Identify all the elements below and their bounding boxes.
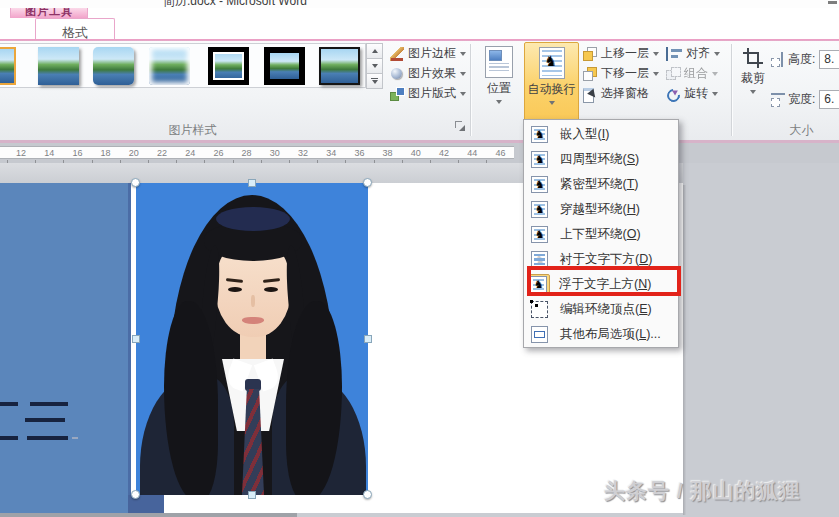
menu-item-icon-wrap: [527, 274, 550, 295]
thumbnail-landscape-image: [0, 49, 14, 83]
menu-item-wrap-I[interactable]: 嵌入型(I): [524, 122, 678, 147]
chevron-down-icon: [460, 52, 466, 56]
height-row: 高度: 8.: [771, 50, 839, 69]
align-label: 对齐: [686, 45, 710, 62]
ruler-band: 121416182022242628303234363840424446: [0, 146, 514, 159]
gallery-more-icon[interactable]: [366, 73, 383, 89]
picture-border-icon: [390, 47, 404, 61]
resize-handle-middle-left[interactable]: [132, 335, 140, 343]
chevron-down-icon: [712, 72, 718, 76]
resize-handle-bottom-right[interactable]: [363, 490, 372, 499]
ruler-number: 26: [213, 148, 223, 158]
bring-forward-button[interactable]: 上移一层: [583, 44, 659, 63]
menu-item-label: 紧密型环绕(T): [560, 176, 638, 193]
width-label: 宽度:: [788, 91, 815, 108]
ruler-number: 24: [185, 148, 195, 158]
picture-layout-button[interactable]: 图片版式: [390, 84, 466, 103]
resize-handle-top-left[interactable]: [131, 178, 140, 187]
width-row: 宽度: 6.: [771, 90, 839, 109]
position-button[interactable]: 位置: [477, 42, 521, 138]
menu-item-label: 其他布局选项(L)...: [560, 326, 661, 343]
picture-effects-button[interactable]: 图片效果: [390, 64, 466, 83]
page-shadow: [683, 185, 686, 515]
menu-item-icon-wrap: [528, 126, 551, 143]
send-backward-icon: [583, 67, 597, 81]
picture-style-thumbnail-style-rounded[interactable]: [93, 47, 134, 85]
resize-handle-bottom-center[interactable]: [248, 491, 256, 499]
menu-item-icon-wrap: [528, 301, 551, 318]
menu-item-wrap-T[interactable]: 紧密型环绕(T): [524, 172, 678, 197]
thumbnail-landscape-image: [208, 47, 249, 85]
menu-item-label: 衬于文字下方(D): [560, 251, 652, 268]
menu-item-label: 浮于文字上方(N): [559, 276, 651, 293]
menu-item-wrap-O[interactable]: 上下型环绕(O): [524, 222, 678, 247]
ruler-number: 36: [354, 148, 364, 158]
menu-item-label: 四周型环绕(S): [560, 151, 639, 168]
ruler-number: 28: [242, 148, 252, 158]
resize-handle-bottom-left[interactable]: [131, 490, 140, 499]
picture-style-thumbnail-style-frame-selected[interactable]: [0, 47, 16, 85]
page-bottom-edge: [0, 513, 297, 517]
portrait-photo[interactable]: [136, 183, 368, 495]
gallery-scroll-up-icon[interactable]: [366, 43, 383, 59]
photo-eye: [264, 287, 278, 292]
menu-item-label: 编辑环绕顶点(E): [560, 301, 652, 318]
wrap-style-icon: [531, 326, 548, 343]
align-button[interactable]: 对齐: [666, 44, 720, 63]
menu-item-wrap-N[interactable]: 浮于文字上方(N): [524, 272, 678, 297]
size-group-label: 大小: [764, 122, 839, 139]
picture-style-thumbnail-style-drop-shadow[interactable]: [38, 47, 79, 85]
contextual-tab-header: 图片工具: [10, 8, 88, 18]
menu-item-wrap-E[interactable]: 编辑环绕顶点(E): [524, 297, 678, 322]
ruler-number: 22: [157, 148, 167, 158]
horizontal-ruler: 121416182022242628303234363840424446: [0, 143, 839, 163]
wrap-style-icon: [531, 301, 548, 318]
bring-forward-icon: [583, 47, 597, 61]
picture-effects-icon: [390, 67, 404, 81]
chevron-down-icon: [460, 72, 466, 76]
resize-handle-top-center[interactable]: [248, 179, 256, 187]
width-icon: [771, 92, 785, 107]
picture-style-gallery: [0, 43, 366, 88]
selection-pane-button[interactable]: 选择窗格: [583, 84, 649, 103]
align-icon: [666, 47, 682, 61]
ruler-number: 38: [383, 148, 393, 158]
word-window: 简历.docx - Microsoft Word 图片工具 格式 图片边框 图片…: [0, 0, 839, 517]
picture-style-thumbnail-style-black-frame[interactable]: [264, 47, 305, 85]
picture-border-button[interactable]: 图片边框: [390, 44, 466, 63]
resize-handle-middle-right[interactable]: [364, 335, 372, 343]
menu-item-wrap-S[interactable]: 四周型环绕(S): [524, 147, 678, 172]
ruler-number: 44: [467, 148, 477, 158]
ruler-number: 18: [101, 148, 111, 158]
menu-item-wrap-H[interactable]: 穿越型环绕(H): [524, 197, 678, 222]
picture-layout-icon: [390, 87, 404, 101]
height-input[interactable]: 8.: [819, 50, 839, 69]
ribbon: 图片边框 图片效果 图片版式 图片样式 位置 自动换行 上移: [0, 41, 839, 140]
rotate-button[interactable]: 旋转: [666, 84, 718, 103]
gallery-scroll-column: [366, 43, 383, 88]
rotate-label: 旋转: [684, 85, 708, 102]
position-icon: [485, 46, 513, 78]
send-backward-button[interactable]: 下移一层: [583, 64, 659, 83]
text-placeholder-line: [0, 436, 18, 440]
photo-mouth: [242, 317, 264, 324]
picture-style-thumbnail-style-black-frame-inset[interactable]: [208, 47, 249, 85]
menu-item-icon-wrap: [528, 201, 551, 218]
minimize-icon[interactable]: [828, 1, 837, 4]
resize-handle-top-right[interactable]: [363, 178, 372, 187]
width-input[interactable]: 6.: [819, 90, 839, 109]
picture-style-thumbnail-style-thin-frame[interactable]: [319, 47, 360, 85]
photo-headband: [216, 207, 290, 231]
ruler-number: 30: [270, 148, 280, 158]
ruler-number: 40: [411, 148, 421, 158]
picture-style-thumbnail-style-soft-edges[interactable]: [149, 47, 190, 85]
menu-item-wrap-L[interactable]: 其他布局选项(L)...: [524, 322, 678, 347]
bring-forward-label: 上移一层: [601, 45, 649, 62]
rotate-icon: [666, 87, 680, 101]
menu-item-wrap-D[interactable]: 衬于文字下方(D): [524, 247, 678, 272]
wrap-style-icon: [531, 226, 548, 243]
gallery-scroll-down-icon[interactable]: [366, 58, 383, 74]
ribbon-tab-row: 图片工具 格式: [0, 8, 839, 39]
wrap-style-icon: [531, 151, 548, 168]
dialog-launcher-icon[interactable]: [455, 121, 466, 132]
